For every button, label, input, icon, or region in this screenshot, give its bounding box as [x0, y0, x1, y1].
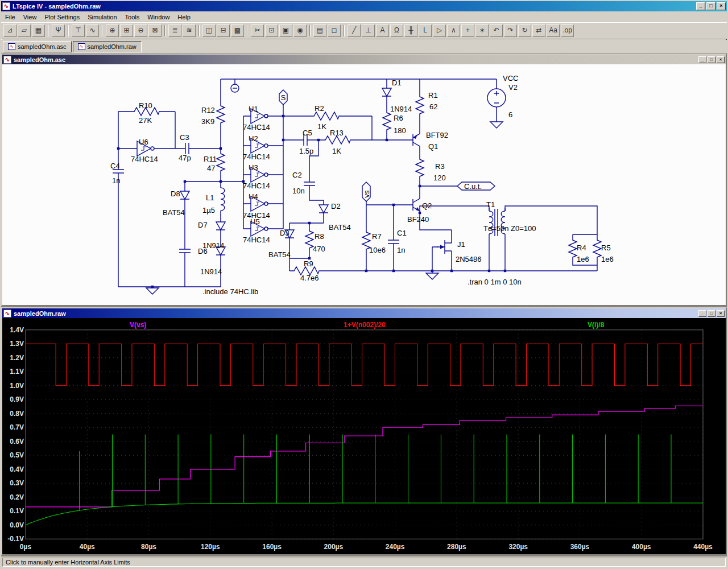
toolbar-tile-vertical-button[interactable]: ◫ [202, 24, 216, 37]
schematic-label: 6 [508, 110, 512, 119]
toolbar-move-button[interactable]: + [461, 24, 474, 37]
trace-V(i)/8 [26, 434, 703, 525]
y-tick-label: 0.6V [10, 438, 24, 446]
toolbar-drag-button[interactable]: ∗ [475, 24, 489, 37]
close-button[interactable]: × [717, 2, 726, 10]
toolbar-diode-button[interactable]: ▷ [433, 24, 446, 37]
schematic-label: Q2 [422, 201, 432, 210]
toolbar-rotate-button[interactable]: ↻ [518, 24, 531, 37]
schematic-label: 1N914 [390, 105, 412, 113]
waveform-plot-canvas[interactable]: 1.4V1.3V1.2V1.1V1.0V0.9V0.8V0.7V0.6V0.5V… [2, 318, 726, 554]
schematic-label: R13 [330, 129, 344, 137]
toolbar-paste-button[interactable]: ▣ [279, 24, 292, 37]
toolbar-tile-horizontal-button[interactable]: ⊟ [217, 24, 230, 37]
schematic-label: U6 [139, 138, 148, 146]
y-tick-label: 0.4V [10, 465, 24, 473]
toolbar-capacitor-button[interactable]: ╫ [404, 24, 417, 37]
toolbar-separator [68, 25, 69, 36]
toolbar-probe-button[interactable]: Ψ [52, 24, 65, 37]
toolbar-undo-button[interactable]: ↶ [490, 24, 503, 37]
schematic-window-titlebar[interactable]: ∿ sampledOhm.asc _ □ × [2, 55, 726, 64]
toolbar-print-button[interactable]: ▤ [313, 24, 326, 37]
toolbar-open-button[interactable]: ▱ [18, 24, 31, 37]
y-tick-label: 0.7V [10, 423, 24, 431]
toolbar-zoom-area-button[interactable]: ⊞ [120, 24, 133, 37]
schematic-label: U3 [249, 163, 258, 172]
legend-V(vs)[interactable]: V(vs) [130, 321, 146, 329]
schematic-restore-button[interactable]: □ [708, 56, 715, 63]
schematic-close-button[interactable]: × [717, 56, 725, 63]
waveform-minimize-button[interactable]: _ [698, 310, 706, 317]
toolbar-print-preview-button[interactable]: ◻ [328, 24, 341, 37]
toolbar-resistor-button[interactable]: Ω [390, 24, 403, 37]
toolbar-ground-button[interactable]: ⊥ [362, 24, 375, 37]
toolbar-draw-wire-button[interactable]: ╱ [348, 24, 361, 37]
schematic-wires [113, 79, 601, 294]
toolbar-autorange-y-button[interactable]: ≣ [168, 24, 181, 37]
toolbar-new-schematic-button[interactable]: ⊿ [3, 24, 16, 37]
tab-sampledOhm.asc[interactable]: ∿sampledOhm.asc [3, 41, 72, 52]
y-tick-label: 0.0V [10, 521, 24, 529]
toolbar-zoom-full-extents-button[interactable]: ⊠ [148, 24, 162, 37]
schematic-minimize-button[interactable]: _ [698, 56, 706, 63]
toolbar-inductor-button[interactable]: L [419, 24, 432, 37]
legend-V(i)/8[interactable]: V(i)/8 [588, 321, 605, 329]
main-titlebar[interactable]: ∿ LTspice IV - sampledOhm.raw _ □ × [1, 1, 727, 11]
schematic-label: 74HC14 [131, 155, 158, 163]
toolbar-cascade-windows-button[interactable]: ▩ [231, 24, 244, 37]
toolbar-net-label-button[interactable]: A [376, 24, 389, 37]
tab-label: sampledOhm.asc [18, 43, 67, 50]
menu-tools[interactable]: Tools [121, 13, 144, 22]
schematic-label: 1n [397, 246, 405, 254]
mdi-client-area: ∿ sampledOhm.asc _ □ × [1, 53, 727, 556]
toolbar-cut-button[interactable]: ✂ [251, 24, 264, 37]
schematic-label: 1.5p [299, 147, 313, 155]
toolbar-mirror-button[interactable]: ⇄ [532, 24, 545, 37]
toolbar-zoom-out-button[interactable]: ⊖ [134, 24, 147, 37]
toolbar-copy-button[interactable]: ⊡ [265, 24, 278, 37]
x-tick-label: 0µs [20, 543, 32, 551]
schematic-label: R11 [204, 155, 217, 163]
menu-help[interactable]: Help [173, 13, 195, 22]
status-bar: Click to manually enter Horizontal Axis … [1, 556, 727, 568]
toolbar-plot-settings-button[interactable]: ≋ [183, 24, 196, 37]
restore-button[interactable]: □ [706, 2, 715, 10]
schematic-label: Q1 [428, 142, 438, 151]
schematic-label: C4 [110, 162, 120, 170]
tab-sampledOhm.raw[interactable]: ∿sampledOhm.raw [73, 41, 142, 52]
waveform-close-button[interactable]: × [717, 310, 725, 317]
schematic-canvas[interactable]: R1027KU674HC14C347pC41nR123K9R1147U174HC… [2, 64, 726, 305]
menu-window[interactable]: Window [143, 13, 173, 22]
menu-file[interactable]: File [1, 13, 19, 22]
menu-simulation[interactable]: Simulation [84, 13, 121, 22]
toolbar-spice-directive-button[interactable]: .op [561, 24, 574, 37]
toolbar-text-button[interactable]: Aa [547, 24, 560, 37]
legend-1+V(n002)/20[interactable]: 1+V(n002)/20 [344, 321, 386, 329]
toolbar-run-button[interactable]: ∿ [86, 24, 99, 37]
toolbar-find-button[interactable]: ◉ [293, 24, 307, 37]
menu-view[interactable]: View [19, 13, 41, 22]
schematic-label: R9 [304, 259, 313, 268]
toolbar-zoom-in-button[interactable]: ⊕ [106, 24, 119, 37]
waveform-restore-button[interactable]: □ [708, 310, 715, 317]
schematic-label: 1n [112, 176, 120, 185]
tab-label: sampledOhm.raw [88, 43, 136, 50]
schematic-label: R1 [428, 91, 438, 100]
schematic-label: R6 [394, 114, 403, 122]
waveform-window-titlebar[interactable]: ∿ sampledOhm.raw _ □ × [2, 308, 726, 318]
menu-plot-settings[interactable]: Plot Settings [40, 13, 84, 22]
toolbar-control-panel-button[interactable]: ⊤ [72, 24, 85, 37]
trace-V(vs) [26, 406, 703, 507]
toolbar-save-button[interactable]: ▦ [32, 24, 45, 37]
toolbar-redo-button[interactable]: ↷ [504, 24, 517, 37]
waveform-plot: 1.4V1.3V1.2V1.1V1.0V0.9V0.8V0.7V0.6V0.5V… [2, 318, 726, 554]
x-tick-label: 200µs [324, 543, 344, 551]
y-tick-label: 1.1V [10, 368, 24, 376]
schematic-label: R2 [315, 104, 324, 113]
toolbar: ⊿▱▦Ψ⊤∿⊕⊞⊖⊠≣≋◫⊟▩✂⊡▣◉▤◻╱⊥AΩ╫L▷∧+∗↶↷↻⇄Aa.op [1, 22, 727, 39]
toolbar-separator [198, 25, 200, 36]
toolbar-separator [164, 25, 166, 36]
toolbar-component-button[interactable]: ∧ [447, 24, 460, 37]
schematic-label: C.u.t. [464, 182, 482, 191]
minimize-button[interactable]: _ [696, 2, 705, 10]
